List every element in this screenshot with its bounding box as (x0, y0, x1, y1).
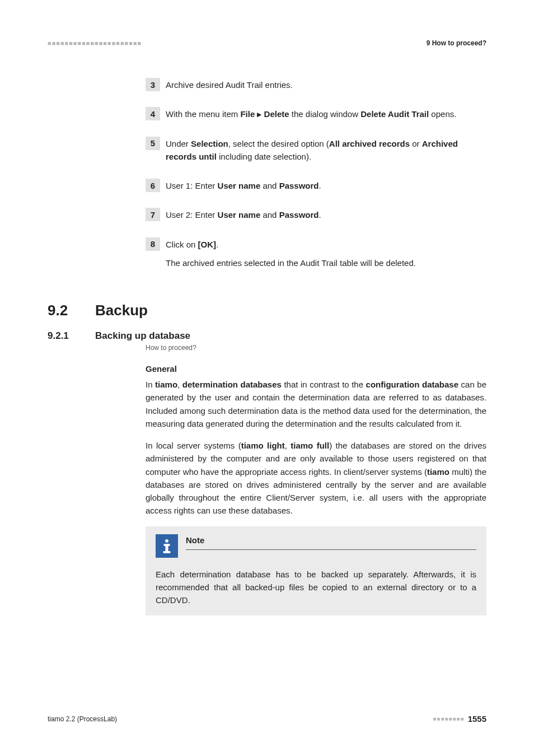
note-box: Note Each determination database has to … (146, 526, 486, 616)
option-all-archived: All archived records (329, 139, 410, 148)
step-3: 3 Archive desired Audit Trail entries. (146, 78, 486, 91)
text: and (260, 210, 279, 220)
page-header: ■■■■■■■■■■■■■■■■■■■■■■ 9 How to proceed? (48, 39, 486, 47)
text: . (319, 210, 321, 220)
text: or (410, 139, 422, 148)
field-selection: Selection (191, 139, 228, 148)
text: Click on (166, 240, 198, 249)
dialog-name: Delete Audit Trail (360, 109, 429, 119)
menu-delete: Delete (264, 109, 289, 119)
step-number: 4 (146, 107, 160, 120)
svg-rect-3 (163, 551, 171, 553)
step-5: 5 Under Selection, select the desired op… (146, 137, 486, 164)
text: User 2: Enter (166, 210, 218, 220)
subsection-heading: 9.2.1 Backing up database (48, 330, 486, 342)
field-password: Password (279, 210, 319, 220)
text: , (285, 441, 291, 450)
step-text: With the menu item File ▶ Delete the dia… (166, 107, 456, 120)
step-4: 4 With the menu item File ▶ Delete the d… (146, 107, 486, 120)
step-text: User 2: Enter User name and Password. (166, 208, 321, 221)
text: . (216, 240, 218, 249)
step-number: 8 (146, 237, 160, 251)
step-result: The archived entries selected in the Aud… (166, 256, 416, 269)
step-text: Under Selection, select the desired opti… (166, 137, 486, 164)
paragraph-general-2: In local server systems (tiamo light, ti… (146, 439, 486, 517)
step-number: 3 (146, 78, 160, 91)
field-username: User name (218, 210, 261, 220)
term-determination-db: determination databases (182, 380, 282, 389)
section-title: Backup (95, 302, 148, 319)
step-6: 6 User 1: Enter User name and Password. (146, 179, 486, 192)
text: In (146, 380, 155, 389)
page-number: 1555 (468, 714, 486, 724)
text: that in contrast to the (282, 380, 366, 389)
product-tiamo-light: tiamo light (241, 441, 285, 450)
footer-product: tiamo 2.2 (ProcessLab) (48, 715, 117, 723)
text: , select the desired option ( (228, 139, 329, 148)
text: . (319, 181, 321, 190)
step-number: 5 (146, 137, 160, 150)
ok-button-ref: [OK] (198, 240, 217, 249)
field-password: Password (279, 181, 319, 190)
page-footer: tiamo 2.2 (ProcessLab) ■■■■■■■■ 1555 (48, 714, 486, 724)
step-text: User 1: Enter User name and Password. (166, 179, 321, 192)
step-text: Click on [OK]. The archived entries sele… (166, 237, 416, 276)
subsection-title: Backing up database (95, 330, 190, 342)
note-title: Note (186, 535, 476, 550)
step-7: 7 User 2: Enter User name and Password. (146, 208, 486, 221)
step-number: 7 (146, 208, 160, 221)
text: and (260, 181, 279, 190)
section-heading: 9.2 Backup (48, 302, 486, 319)
note-body: Each determination database has to be ba… (156, 568, 476, 607)
text: opens. (429, 109, 456, 119)
text: the dialog window (289, 109, 361, 119)
footer-decoration: ■■■■■■■■ (433, 716, 464, 722)
subsection-number: 9.2.1 (48, 330, 95, 342)
header-decoration: ■■■■■■■■■■■■■■■■■■■■■■ (48, 40, 142, 46)
product-tiamo-multi: tiamo (427, 467, 449, 477)
svg-point-0 (165, 539, 168, 542)
menu-arrow-icon: ▶ (257, 110, 261, 119)
menu-file: File (240, 109, 255, 119)
breadcrumb: How to proceed? (146, 344, 486, 352)
text: User 1: Enter (166, 181, 218, 190)
text: In local server systems ( (146, 441, 241, 450)
paragraph-heading-general: General (146, 364, 486, 374)
paragraph-general-1: In tiamo, determination databases that i… (146, 378, 486, 430)
step-number: 6 (146, 179, 160, 192)
text: including date selection). (217, 152, 311, 161)
section-number: 9.2 (48, 302, 95, 319)
text: Under (166, 139, 191, 148)
svg-rect-2 (165, 544, 168, 552)
product-tiamo-full: tiamo full (291, 441, 329, 450)
term-configuration-db: configuration database (366, 380, 458, 389)
step-text: Archive desired Audit Trail entries. (166, 78, 293, 91)
text: , (177, 380, 182, 389)
info-icon (156, 534, 178, 558)
product-tiamo: tiamo (155, 380, 177, 389)
text: With the menu item (166, 109, 240, 119)
field-username: User name (218, 181, 261, 190)
step-8: 8 Click on [OK]. The archived entries se… (146, 237, 486, 276)
header-section-label: 9 How to proceed? (427, 39, 486, 47)
